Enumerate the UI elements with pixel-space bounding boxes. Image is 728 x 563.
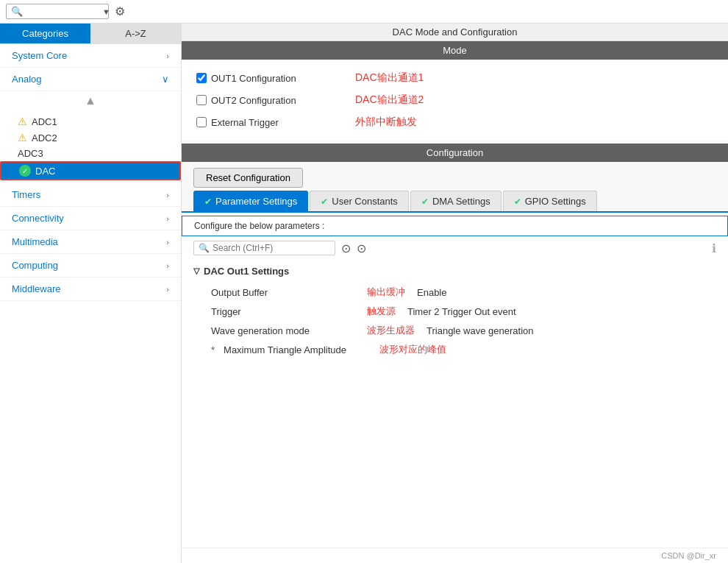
tab-user-constants[interactable]: ✔ User Constants (310, 191, 409, 211)
tab-dma-settings[interactable]: ✔ DMA Settings (410, 191, 502, 211)
config-label-text: Configure the below parameters : (182, 216, 728, 236)
param-row-wave-gen: Wave generation mode 波形生成器 Triangle wave… (193, 321, 716, 340)
main-content: DAC Mode and Configuration Mode OUT1 Con… (182, 24, 728, 563)
param-row-trigger: Trigger 触发源 Timer 2 Trigger Out event (193, 302, 716, 321)
dac-check-icon: ✓ (19, 165, 31, 177)
param-search-input[interactable] (213, 243, 330, 253)
dma-settings-label: DMA Settings (432, 196, 490, 207)
out2-label[interactable]: OUT2 Configuration (196, 95, 343, 106)
footer-text: CSDN @Dir_xr (661, 551, 716, 560)
top-search-input[interactable] (26, 7, 99, 17)
dac-out1-header: ▽ DAC Out1 Settings (193, 266, 716, 277)
info-icon[interactable]: ℹ (712, 241, 716, 255)
ext-trigger-annotation: 外部中断触发 (355, 116, 417, 129)
system-core-chevron: › (166, 52, 169, 60)
tab-categories[interactable]: Categories (0, 24, 90, 43)
adc3-label: ADC3 (18, 148, 43, 159)
adc2-label: ADC2 (32, 132, 57, 144)
analog-section: Analog ∨ ▲ ⚠ ADC1 ⚠ ADC2 ADC3 (0, 68, 181, 183)
middleware-label: Middleware (12, 283, 60, 294)
adc2-warning-icon: ⚠ (18, 132, 27, 144)
gear-button[interactable]: ⚙ (115, 4, 125, 18)
out2-label-text: OUT2 Configuration (211, 95, 296, 106)
out2-checkbox[interactable] (196, 95, 207, 105)
trigger-annotation: 触发源 (367, 305, 396, 318)
param-row-max-triangle: * Maximum Triangle Amplitude 波形对应的峰值 (193, 340, 716, 359)
param-tabs: ✔ Parameter Settings ✔ User Constants ✔ … (182, 191, 728, 213)
max-triangle-star: * (211, 344, 215, 355)
config-section: Configuration Reset Configuration ✔ Para… (182, 144, 728, 548)
gpio-settings-label: GPIO Settings (525, 196, 586, 207)
out1-label[interactable]: OUT1 Configuration (196, 73, 343, 84)
sidebar-item-multimedia[interactable]: Multimedia › (0, 230, 181, 254)
system-core-label: System Core (12, 50, 67, 61)
max-triangle-annotation: 波形对应的峰值 (379, 343, 446, 356)
mode-row-out2: OUT2 Configuration DAC输出通道2 (196, 93, 713, 107)
user-constants-label: User Constants (332, 196, 398, 207)
mode-section: Mode OUT1 Configuration DAC输出通道1 OUT2 Co… (182, 41, 728, 141)
connectivity-chevron: › (166, 214, 169, 223)
trigger-value: Timer 2 Trigger Out event (407, 306, 516, 317)
wave-gen-name: Wave generation mode (211, 325, 358, 336)
computing-chevron: › (166, 261, 169, 270)
sidebar-item-middleware[interactable]: Middleware › (0, 277, 181, 301)
page-title: DAC Mode and Configuration (182, 24, 728, 41)
out1-checkbox[interactable] (196, 73, 207, 83)
param-search-box[interactable]: 🔍 (193, 241, 335, 255)
gpio-check-icon: ✔ (514, 196, 521, 207)
adc1-warning-icon: ⚠ (18, 116, 27, 127)
analog-chevron: ∨ (162, 74, 169, 85)
scroll-up-indicator: ▲ (0, 91, 181, 110)
analog-label: Analog (12, 74, 41, 85)
top-search-box[interactable]: 🔍 ▼ (6, 4, 109, 19)
adc1-label: ADC1 (32, 116, 57, 127)
out2-annotation: DAC输出通道2 (355, 93, 424, 107)
tab-gpio-settings[interactable]: ✔ GPIO Settings (503, 191, 597, 211)
sidebar-content: System Core › Analog ∨ ▲ ⚠ ADC1 ⚠ (0, 44, 181, 563)
trigger-name: Trigger (211, 306, 358, 317)
sidebar-item-analog[interactable]: Analog ∨ (0, 68, 181, 91)
output-buffer-annotation: 输出缓冲 (367, 286, 405, 299)
collapse-arrow-icon[interactable]: ▽ (193, 266, 199, 276)
footer: CSDN @Dir_xr (182, 548, 728, 563)
tab-az[interactable]: A->Z (90, 24, 181, 43)
param-search-icon: 🔍 (199, 243, 210, 253)
out1-annotation: DAC输出通道1 (355, 71, 424, 85)
analog-sub-items: ⚠ ADC1 ⚠ ADC2 ADC3 ✓ DAC (0, 110, 181, 183)
tab-parameter-settings[interactable]: ✔ Parameter Settings (193, 191, 308, 211)
out1-label-text: OUT1 Configuration (211, 73, 296, 84)
sidebar-item-adc3[interactable]: ADC3 (0, 146, 181, 161)
top-bar: 🔍 ▼ ⚙ (0, 0, 728, 24)
sidebar-item-adc1[interactable]: ⚠ ADC1 (0, 113, 181, 130)
sidebar-item-connectivity[interactable]: Connectivity › (0, 207, 181, 230)
sidebar-item-timers[interactable]: Timers › (0, 183, 181, 207)
sidebar-item-adc2[interactable]: ⚠ ADC2 (0, 130, 181, 146)
ext-trigger-label[interactable]: External Trigger (196, 117, 343, 128)
wave-gen-annotation: 波形生成器 (367, 324, 415, 337)
sidebar-item-dac[interactable]: ✓ DAC (0, 161, 181, 180)
params-body: ▽ DAC Out1 Settings Output Buffer 输出缓冲 E… (182, 260, 728, 548)
sidebar-item-computing[interactable]: Computing › (0, 254, 181, 277)
middleware-chevron: › (166, 285, 169, 294)
output-buffer-value: Enable (417, 287, 446, 298)
main-layout: Categories A->Z System Core › Analog ∨ ▲… (0, 24, 728, 563)
sidebar-tabs: Categories A->Z (0, 24, 181, 44)
param-row-output-buffer: Output Buffer 输出缓冲 Enable (193, 283, 716, 302)
timers-label: Timers (12, 189, 40, 200)
dac-label: DAC (35, 166, 55, 177)
config-section-header: Configuration (182, 144, 728, 162)
ext-trigger-label-text: External Trigger (211, 117, 279, 128)
mode-row-ext-trigger: External Trigger 外部中断触发 (196, 116, 713, 129)
nav-next-icon[interactable]: ⊙ (357, 241, 366, 255)
mode-row-out1: OUT1 Configuration DAC输出通道1 (196, 71, 713, 85)
ext-trigger-checkbox[interactable] (196, 117, 207, 127)
reset-config-button[interactable]: Reset Configuration (193, 168, 303, 188)
param-settings-check-icon: ✔ (204, 196, 212, 207)
sidebar-item-system-core[interactable]: System Core › (0, 44, 181, 68)
search-row: 🔍 ⊙ ⊙ ℹ (182, 236, 728, 260)
dac-out1-title: DAC Out1 Settings (204, 266, 289, 277)
nav-icons: ⊙ ⊙ (341, 241, 366, 255)
computing-label: Computing (12, 260, 58, 271)
nav-prev-icon[interactable]: ⊙ (341, 241, 351, 255)
dma-check-icon: ✔ (421, 196, 429, 207)
